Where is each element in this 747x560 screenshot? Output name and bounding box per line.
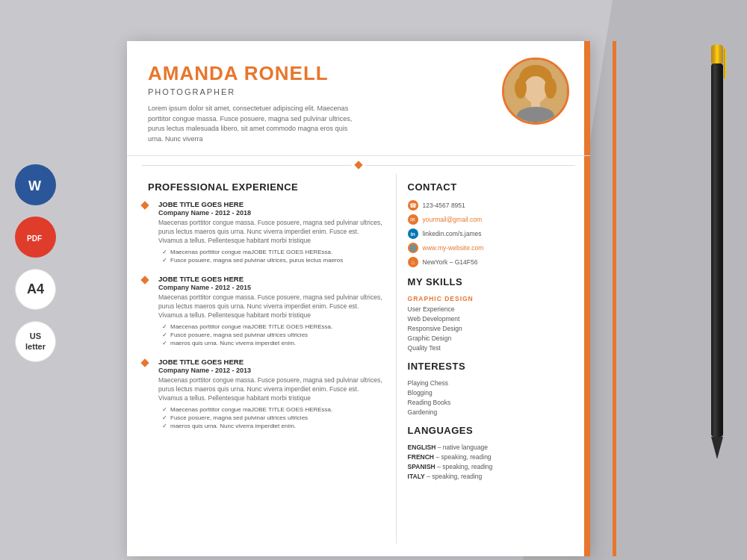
resume-body: PROFESSIONAL EXPERIENCE JOBE TITLE GOES …	[127, 174, 590, 544]
address-text: NewYork – G14F56	[423, 258, 478, 266]
bullet-3-3: ✓ maeros quis urna. Nunc viverra imperdi…	[162, 422, 385, 430]
experience-item-2: JOBE TITLE GOES HERE Company Name - 2012…	[148, 275, 385, 347]
candidate-photo	[502, 57, 569, 125]
us-label: US	[25, 332, 46, 341]
lang-item-2: FRENCH – speaking, reading	[408, 453, 575, 461]
web-icon: 🌐	[408, 243, 418, 253]
divider-line-right	[365, 165, 575, 166]
skill-item-4: Graphic Design	[408, 335, 575, 342]
skills-section: MY SKILLS GRAPHIC DESIGN User Experience…	[408, 276, 575, 352]
lang-level-text-2: speaking, reading	[441, 453, 491, 461]
interest-item-1: Playing Chess	[408, 379, 575, 387]
bullet-2-2: ✓ Fusce posuere, magna sed pulvinar ultr…	[162, 331, 385, 339]
candidate-summary: Lorem ipsum dolor sit amet, consectetuer…	[148, 104, 435, 144]
svg-text:PDF: PDF	[27, 234, 42, 243]
svg-rect-9	[531, 100, 540, 108]
orange-accent-bar	[613, 41, 616, 556]
email-text: yourmail@gmail.com	[423, 216, 482, 223]
left-icon-panel: W PDF A4 US letter	[15, 164, 56, 362]
check-icon: ✓	[162, 323, 167, 331]
lang-item-1: ENGLISH – native language	[408, 444, 575, 451]
experience-item-1: JOBE TITLE GOES HERE Company Name - 2012…	[148, 200, 385, 264]
linkedin-icon: in	[408, 228, 418, 239]
bullet-1-2: ✓ Fusce posuere, magna sed pulvinar ultr…	[162, 256, 385, 264]
experience-section-title: PROFESSIONAL EXPERIENCE	[148, 181, 385, 193]
interest-item-3: Reading Books	[408, 399, 575, 406]
exp-bullets-3: ✓ Maecenas porttitor congue maJOBE TITLE…	[158, 405, 385, 431]
us-letter-icon[interactable]: US letter	[15, 321, 56, 362]
check-icon: ✓	[162, 339, 167, 347]
svg-point-8	[545, 78, 557, 99]
bullet-2-1: ✓ Maecenas porttitor congue maJOBE TITLE…	[162, 323, 385, 331]
contact-address: ⌂ NewYork – G14F56	[408, 257, 575, 267]
website-text: www.my-website.com	[423, 244, 484, 252]
check-icon: ✓	[162, 422, 167, 430]
check-icon: ✓	[162, 414, 167, 422]
lang-name-4: ITALY	[408, 473, 425, 480]
interest-item-4: Gardening	[408, 408, 575, 416]
skill-item-3: Responsive Design	[408, 325, 575, 332]
check-icon: ✓	[162, 331, 167, 339]
top-skill-label: GRAPHIC DESIGN	[408, 295, 575, 302]
pdf-icon[interactable]: PDF	[15, 217, 56, 258]
job-title-2: JOBE TITLE GOES HERE	[158, 275, 385, 283]
contact-website: 🌐 www.my-website.com	[408, 243, 575, 253]
contact-section-title: CONTACT	[408, 181, 575, 193]
interests-section: INTERESTS Playing Chess Blogging Reading…	[408, 361, 575, 416]
lang-level-text-3: speaking, reading	[442, 463, 492, 470]
skills-section-title: MY SKILLS	[408, 276, 575, 287]
pen-clip	[724, 49, 726, 78]
exp-diamond-2	[140, 276, 149, 284]
email-icon: ✉	[408, 214, 418, 225]
exp-desc-1: Maecenas porttitor congue massa. Fusce p…	[158, 219, 385, 246]
pen-body	[711, 63, 723, 437]
job-title-1: JOBE TITLE GOES HERE	[158, 200, 385, 208]
contact-section: CONTACT ☎ 123-4567 8951 ✉ yourmail@gmail…	[408, 181, 575, 267]
skill-item-2: Web Development	[408, 315, 575, 323]
pen-decoration	[710, 45, 725, 478]
lang-level-text-4: speaking, reading	[432, 473, 482, 480]
contact-linkedin: in linkedin.com/s.james	[408, 228, 575, 239]
letter-label: letter	[25, 342, 46, 352]
check-icon: ✓	[162, 248, 167, 256]
lang-item-4: ITALY – speaking, reading	[408, 473, 575, 480]
phone-text: 123-4567 8951	[423, 202, 465, 209]
languages-section: LANGUAGES ENGLISH – native language FREN…	[408, 425, 575, 480]
bullet-1-1: ✓ Maecenas porttitor congue maJOBE TITLE…	[162, 248, 385, 256]
contact-email: ✉ yourmail@gmail.com	[408, 214, 575, 225]
word-icon[interactable]: W	[15, 164, 56, 205]
job-title-3: JOBE TITLE GOES HERE	[158, 358, 385, 366]
a4-label: A4	[27, 281, 44, 297]
lang-name-3: SPANISH	[408, 463, 436, 470]
a4-icon[interactable]: A4	[15, 269, 56, 310]
company-1: Company Name - 2012 - 2018	[158, 209, 385, 217]
exp-diamond-3	[140, 359, 149, 367]
photo-placeholder	[504, 60, 567, 122]
pen-tip	[711, 437, 723, 459]
exp-bullets-2: ✓ Maecenas porttitor congue maJOBE TITLE…	[158, 323, 385, 348]
candidate-title: PHOTOGRAPHER	[148, 87, 435, 96]
experience-item-3: JOBE TITLE GOES HERE Company Name - 2012…	[148, 358, 385, 430]
exp-desc-2: Maecenas porttitor congue massa. Fusce p…	[158, 293, 385, 320]
section-divider	[142, 162, 575, 168]
exp-bullets-1: ✓ Maecenas porttitor congue maJOBE TITLE…	[158, 248, 385, 264]
pen-cap	[711, 45, 723, 63]
home-icon: ⌂	[408, 257, 418, 267]
lang-item-3: SPANISH – speaking, reading	[408, 463, 575, 470]
svg-text:W: W	[28, 178, 41, 193]
resume-document: AMANDA RONELL PHOTOGRAPHER Lorem ipsum d…	[127, 41, 590, 556]
company-3: Company Name - 2012 - 2013	[158, 367, 385, 374]
company-2: Company Name - 2012 - 2015	[158, 284, 385, 291]
contact-phone: ☎ 123-4567 8951	[408, 200, 575, 211]
candidate-name: AMANDA RONELL	[148, 62, 435, 85]
phone-icon: ☎	[408, 200, 418, 211]
bullet-3-2: ✓ Fusce posuere, magna sed pulvinar ultr…	[162, 414, 385, 422]
lang-name-2: FRENCH	[408, 453, 434, 461]
check-icon: ✓	[162, 256, 167, 264]
experience-column: PROFESSIONAL EXPERIENCE JOBE TITLE GOES …	[127, 174, 396, 544]
divider-line-left	[142, 165, 352, 166]
skill-item-1: User Experience	[408, 305, 575, 313]
lang-level-text-1: native language	[443, 444, 488, 451]
divider-diamond	[354, 161, 362, 169]
svg-point-6	[524, 76, 548, 103]
